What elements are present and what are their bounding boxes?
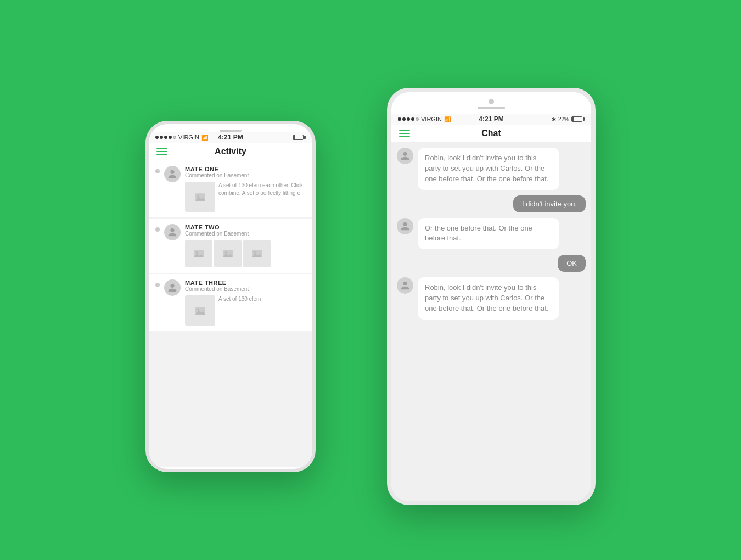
- avatar-1: [164, 166, 181, 182]
- activity-body-3: A set of 130 elem: [185, 295, 306, 326]
- bubble-text-4: OK: [566, 259, 577, 267]
- battery-percent: 22%: [558, 116, 569, 122]
- chat-status-left: VIRGIN 📶: [398, 116, 451, 122]
- bubble-text-5: Robin, look I didn't invite you to this …: [425, 283, 549, 312]
- signal-dot-1: [155, 136, 159, 139]
- chat-msg-3: Or the one before that. Or the one befor…: [397, 218, 586, 250]
- chat-signal-dot-3: [407, 117, 410, 121]
- carrier-label: VIRGIN: [178, 134, 199, 141]
- activity-item-3[interactable]: MATE THREE Commented on Basement A set o…: [149, 274, 312, 331]
- activity-text-1: A set of 130 elem each other. Click comb…: [218, 182, 306, 212]
- battery-icon: [293, 135, 306, 140]
- signal-dot-2: [160, 136, 163, 139]
- chat-msg-1: Robin, look I didn't invite you to this …: [397, 148, 586, 190]
- svg-point-11: [254, 251, 256, 254]
- avatar-2: [164, 224, 181, 240]
- activity-item-2[interactable]: MATE TWO Commented on Basement: [149, 219, 312, 273]
- bubble-sent-2: I didn't invite you.: [513, 195, 586, 212]
- activity-content-3: MATE THREE Commented on Basement A set o…: [185, 279, 306, 326]
- chat-msg-4: OK: [397, 255, 586, 272]
- nav-bar-activity: Activity: [149, 143, 312, 160]
- activity-thumb-3: [185, 295, 215, 326]
- bubble-text-3: Or the one before that. Or the one befor…: [425, 224, 532, 243]
- svg-point-2: [197, 194, 199, 197]
- chat-signal-dots: [398, 117, 419, 121]
- signal-dot-3: [164, 136, 167, 139]
- bubble-received-1: Robin, look I didn't invite you to this …: [418, 148, 559, 190]
- hamburger-menu-icon[interactable]: [156, 148, 167, 155]
- signal-dot-5: [173, 136, 176, 139]
- activity-content-1: MATE ONE Commented on Basement A set of …: [185, 166, 306, 212]
- activity-sub-3: Commented on Basement: [185, 286, 306, 292]
- chat-signal-dot-2: [402, 117, 406, 121]
- chat-wifi-icon: 📶: [444, 116, 451, 122]
- status-bar-activity: VIRGIN 📶 4:21 PM: [149, 132, 312, 143]
- nav-bar-chat: Chat: [391, 125, 591, 142]
- chat-msg-5: Robin, look I didn't invite you to this …: [397, 277, 586, 320]
- activity-title: Activity: [215, 147, 246, 156]
- thumb-sm-2: [214, 240, 242, 267]
- chat-hamburger-line-3: [399, 136, 410, 137]
- time-display: 4:21 PM: [218, 133, 243, 141]
- speaker-top-front: [478, 107, 505, 109]
- svg-point-5: [195, 251, 198, 254]
- bluetooth-icon: ✱: [552, 116, 556, 122]
- thumb-sm-3: [243, 240, 271, 267]
- chat-feed: Robin, look I didn't invite you to this …: [391, 142, 591, 501]
- phones-container: VIRGIN 📶 4:21 PM Activity: [145, 55, 596, 505]
- activity-body-1: A set of 130 elem each other. Click comb…: [185, 182, 306, 212]
- activity-dot-1: [155, 169, 160, 173]
- chat-time-display: 4:21 PM: [479, 115, 503, 123]
- activity-name-2: MATE TWO: [185, 224, 306, 231]
- activity-item-1[interactable]: MATE ONE Commented on Basement A set of …: [149, 160, 312, 217]
- chat-avatar-3: [397, 218, 413, 234]
- hamburger-line-3: [156, 154, 167, 155]
- hamburger-line-2: [156, 151, 167, 152]
- activity-sub-1: Commented on Basement: [185, 172, 306, 178]
- activity-name-1: MATE ONE: [185, 166, 306, 172]
- chat-carrier-label: VIRGIN: [421, 116, 442, 122]
- activity-dot-2: [155, 227, 160, 232]
- activity-dot-3: [155, 283, 160, 287]
- activity-sub-2: Commented on Basement: [185, 231, 306, 237]
- signal-dots: [155, 136, 176, 139]
- status-right: [293, 135, 306, 140]
- activity-thumb-1: [185, 182, 215, 212]
- bubble-received-5: Robin, look I didn't invite you to this …: [418, 277, 559, 320]
- chat-title: Chat: [481, 128, 501, 138]
- thumb-sm-1: [185, 240, 212, 267]
- bubble-text-1: Robin, look I didn't invite you to this …: [425, 154, 549, 183]
- chat-avatar-5: [397, 277, 413, 294]
- activity-feed: MATE ONE Commented on Basement A set of …: [149, 160, 312, 467]
- avatar-3: [164, 279, 181, 296]
- chat-status-right: ✱ 22%: [552, 116, 585, 122]
- status-left: VIRGIN 📶: [155, 134, 208, 141]
- hamburger-line-1: [156, 148, 167, 149]
- chat-signal-dot-4: [411, 117, 414, 121]
- svg-point-14: [197, 308, 199, 310]
- chat-hamburger-line-1: [399, 130, 410, 131]
- chat-signal-dot-1: [398, 117, 401, 121]
- status-bar-chat: VIRGIN 📶 4:21 PM ✱ 22%: [391, 114, 591, 125]
- activity-content-2: MATE TWO Commented on Basement: [185, 224, 306, 267]
- chat-phone: VIRGIN 📶 4:21 PM ✱ 22%: [387, 88, 596, 505]
- chat-msg-2: I didn't invite you.: [397, 195, 586, 212]
- signal-dot-4: [169, 136, 172, 139]
- svg-point-8: [224, 251, 227, 254]
- chat-signal-dot-5: [416, 117, 419, 121]
- bubble-text-2: I didn't invite you.: [522, 200, 577, 208]
- chat-hamburger-icon[interactable]: [399, 130, 410, 137]
- activity-phone: VIRGIN 📶 4:21 PM Activity: [145, 121, 316, 472]
- activity-text-3: A set of 130 elem: [218, 295, 261, 326]
- activity-name-3: MATE THREE: [185, 279, 306, 286]
- activity-multi-thumb-2: [185, 240, 306, 267]
- chat-battery-icon: [571, 116, 585, 122]
- chat-avatar-1: [397, 148, 413, 164]
- wifi-icon: 📶: [201, 135, 208, 141]
- front-camera: [489, 99, 494, 104]
- bubble-sent-4: OK: [558, 255, 586, 272]
- bubble-received-3: Or the one before that. Or the one befor…: [418, 218, 559, 250]
- chat-hamburger-line-2: [399, 133, 410, 134]
